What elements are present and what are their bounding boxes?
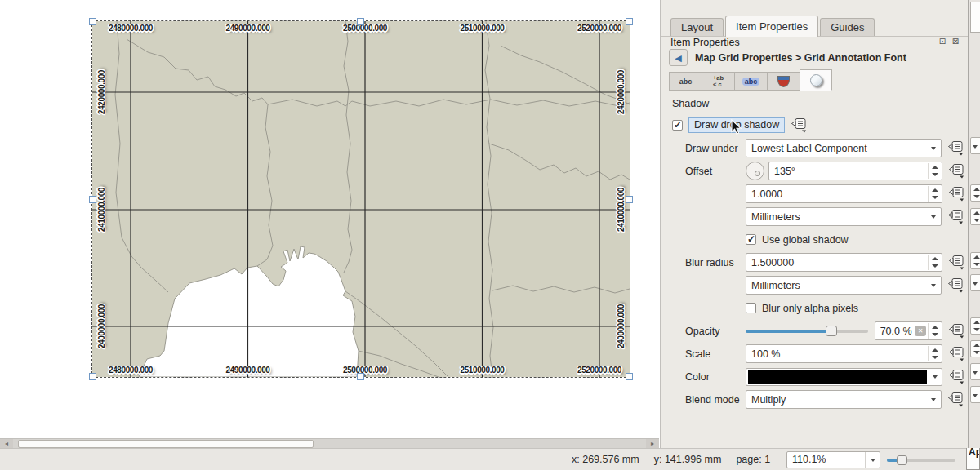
offset-angle-value: 135°: [774, 166, 795, 177]
data-defined-override-button[interactable]: [947, 140, 965, 156]
tab-text[interactable]: abc: [669, 72, 702, 91]
data-defined-override-button[interactable]: [948, 369, 966, 384]
tab-background[interactable]: [767, 72, 800, 91]
selection-handle-e[interactable]: [626, 196, 633, 203]
selection-handle-s[interactable]: [357, 373, 364, 380]
back-button[interactable]: ◀: [669, 49, 688, 66]
widget-fragment: [970, 363, 980, 380]
mouse-cursor: [731, 119, 744, 135]
use-global-shadow-label[interactable]: Use global shadow: [762, 234, 849, 246]
widget-fragment: [970, 208, 980, 225]
offset-angle-spinbox[interactable]: 135°: [768, 162, 942, 180]
use-global-shadow-row: Use global shadow: [672, 230, 966, 249]
status-bar: x: 269.576 mm y: 141.996 mm page: 1 110.…: [0, 448, 980, 470]
selection-handle-n[interactable]: [357, 18, 364, 25]
tab-divider: [661, 91, 968, 91]
selection-handle-se[interactable]: [626, 373, 633, 380]
data-defined-override-button[interactable]: [947, 277, 965, 293]
draw-drop-shadow-checkbox[interactable]: [672, 120, 683, 131]
scale-label: Scale: [685, 348, 746, 360]
horizontal-scrollbar[interactable]: ◂ ▸: [0, 438, 659, 448]
selection-handle-sw[interactable]: [89, 373, 96, 380]
zoom-level-combobox[interactable]: 110.1%: [786, 451, 880, 468]
chevron-down-icon: [931, 284, 936, 287]
zoom-slider[interactable]: [887, 459, 956, 462]
opacity-slider[interactable]: [746, 330, 868, 333]
tab-item-properties[interactable]: Item Properties: [725, 16, 818, 37]
draw-drop-shadow-row: Draw drop shadow: [672, 116, 966, 135]
selection-handle-ne[interactable]: [626, 18, 633, 25]
data-defined-override-button[interactable]: [948, 186, 966, 202]
blur-alpha-checkbox[interactable]: [746, 303, 756, 313]
draw-under-label: Draw under: [685, 143, 746, 154]
offset-units-value: Millimeters: [751, 211, 800, 223]
selection-handle-w[interactable]: [89, 196, 96, 203]
panel-title-row: Item Properties ⊡ ⊠: [670, 37, 960, 50]
color-dropdown[interactable]: [929, 369, 942, 385]
blend-mode-select[interactable]: Multiply: [746, 390, 942, 409]
tab-layout[interactable]: Layout: [670, 18, 724, 37]
grid-annotation: 2410000.000: [97, 188, 106, 232]
spin-buttons[interactable]: [928, 323, 941, 339]
shadow-settings: Shadow Draw drop shadow Draw under Lowes…: [672, 98, 966, 413]
grid-annotation: 2500000.000: [343, 24, 387, 33]
scale-spinbox[interactable]: 100 %: [746, 344, 942, 363]
offset-label: Offset: [685, 166, 746, 177]
draw-under-select[interactable]: Lowest Label Component: [746, 139, 942, 157]
blur-alpha-label[interactable]: Blur only alpha pixels: [762, 303, 858, 314]
opacity-slider-handle[interactable]: [826, 326, 837, 336]
scrollbar-thumb[interactable]: [18, 440, 314, 448]
data-defined-override-button[interactable]: [947, 209, 965, 224]
color-label: Color: [685, 371, 746, 383]
spin-buttons[interactable]: [928, 186, 941, 202]
tab-guides[interactable]: Guides: [820, 18, 875, 37]
data-defined-override-button[interactable]: [947, 392, 965, 407]
opacity-slider-fill: [746, 330, 831, 333]
grid-annotation: 2490000.000: [226, 366, 270, 375]
blur-radius-spinbox[interactable]: 1.500000: [746, 253, 942, 272]
color-swatch: [748, 370, 927, 384]
spin-buttons[interactable]: [928, 346, 941, 361]
text-icon: abc: [679, 78, 693, 86]
offset-distance-spinbox[interactable]: 1.0000: [746, 184, 942, 203]
opacity-spinbox[interactable]: 70.0 % ✕: [875, 321, 942, 340]
qgis-print-layout-window: 2480000.0002480000.0002490000.0002490000…: [0, 0, 980, 470]
close-panel-icon[interactable]: ⊠: [951, 37, 960, 47]
widget-fragment: [970, 184, 980, 202]
data-defined-override-button[interactable]: [948, 255, 966, 270]
offset-units-select[interactable]: Millimeters: [746, 207, 942, 226]
zoom-slider-handle[interactable]: [897, 455, 907, 465]
data-defined-override-button[interactable]: [948, 346, 966, 361]
spin-down-icon: [973, 219, 980, 222]
tab-formatting[interactable]: +ab< c: [702, 72, 734, 91]
data-defined-override-button[interactable]: [948, 323, 966, 339]
opacity-row: Opacity 70.0 % ✕: [672, 321, 966, 340]
selection-handle-nw[interactable]: [89, 18, 96, 25]
shadow-color-button[interactable]: [746, 368, 942, 386]
spin-buttons[interactable]: [928, 163, 941, 179]
page-indicator: page: 1: [736, 454, 770, 465]
layout-canvas[interactable]: 2480000.0002480000.0002490000.0002490000…: [0, 0, 659, 438]
spin-up-icon: [973, 321, 980, 324]
blur-radius-value: 1.500000: [751, 257, 794, 268]
blur-units-select[interactable]: Millimeters: [746, 276, 942, 295]
scale-value: 100 %: [751, 348, 780, 360]
data-defined-override-button[interactable]: [791, 118, 808, 133]
tab-buffer[interactable]: abc: [734, 72, 767, 91]
blend-mode-row: Blend mode Multiply: [672, 390, 966, 409]
tab-shadow[interactable]: [800, 69, 832, 91]
offset-angle-dial[interactable]: [746, 162, 764, 180]
map-item[interactable]: 2480000.0002480000.0002490000.0002490000…: [92, 21, 630, 377]
combo-arrow-box[interactable]: [865, 452, 880, 468]
use-global-shadow-checkbox[interactable]: [746, 234, 756, 245]
scale-row: Scale 100 %: [672, 344, 966, 363]
chevron-down-icon: [931, 147, 936, 150]
grid-annotation: 2520000.000: [577, 366, 621, 375]
data-defined-override-button[interactable]: [948, 163, 966, 179]
clear-value-icon[interactable]: ✕: [915, 326, 926, 336]
spin-down-icon: [932, 264, 938, 268]
float-panel-icon[interactable]: ⊡: [938, 37, 947, 47]
spin-buttons[interactable]: [928, 255, 941, 270]
grid-annotation: 2510000.000: [461, 24, 505, 33]
spin-down-icon: [973, 328, 980, 331]
